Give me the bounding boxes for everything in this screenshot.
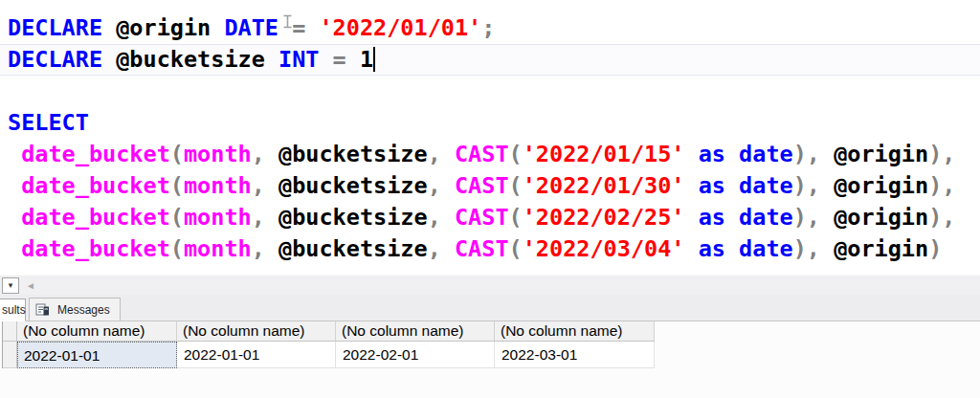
grid-column-header[interactable]: (No column name) (17, 321, 177, 342)
code-line[interactable]: SELECT (0, 107, 980, 139)
tab-messages-label: Messages (56, 303, 110, 317)
grid-column-header[interactable]: (No column name) (177, 321, 336, 342)
code-token (725, 172, 739, 199)
ibeam-cursor-icon (281, 14, 294, 29)
code-token: ), (793, 235, 820, 262)
code-token: = (292, 14, 305, 41)
code-token: date_bucket (21, 204, 170, 231)
query-window: DECLARE @origin DATE = '2022/01/01';DECL… (0, 0, 980, 398)
code-token: @bucketsize (265, 172, 428, 199)
code-token: as (699, 141, 725, 167)
grid-data-row: 2022-01-012022-01-012022-02-012022-03-01 (3, 342, 655, 368)
results-tab-bar: sults Messages (0, 295, 980, 321)
grid-cell[interactable]: 2022-02-01 (336, 342, 495, 368)
code-token: @bucketsize (265, 204, 428, 231)
editor-scrollbar-strip: ▾ ◄ (0, 275, 980, 295)
code-token (725, 235, 739, 262)
scroll-left-arrow-icon[interactable]: ◄ (26, 279, 35, 292)
grid-cell[interactable]: 2022-03-01 (495, 342, 655, 368)
code-token: ), (928, 141, 955, 167)
text-caret (373, 47, 375, 72)
code-token: ( (170, 141, 184, 167)
grid-row-header[interactable] (3, 342, 17, 368)
code-token: '2022/03/04' (523, 235, 685, 262)
code-token: date (739, 141, 793, 167)
code-token: DECLARE (8, 46, 102, 73)
code-token (8, 235, 21, 262)
code-token: date (739, 235, 793, 262)
code-token: '2022/01/01' (319, 14, 481, 41)
code-token (684, 235, 698, 262)
grid-cell-selected[interactable]: 2022-01-01 (17, 342, 177, 368)
code-token: date_bucket (21, 141, 170, 167)
code-line[interactable]: date_bucket(month, @bucketsize, CAST('20… (0, 139, 980, 170)
code-token: SELECT (8, 109, 89, 136)
grid-cell[interactable]: 2022-01-01 (177, 342, 336, 368)
scrollbar-options-button[interactable]: ▾ (2, 277, 19, 294)
code-token (441, 204, 455, 231)
code-token (684, 172, 698, 199)
code-token (725, 204, 739, 231)
code-token: ( (170, 204, 184, 231)
code-token: ( (170, 235, 184, 262)
code-line[interactable]: DECLARE @bucketsize INT = 1 (0, 44, 980, 76)
code-token: date_bucket (21, 235, 170, 262)
code-token (441, 141, 455, 167)
sql-editor[interactable]: DECLARE @origin DATE = '2022/01/01';DECL… (0, 0, 980, 275)
grid-column-header[interactable]: (No column name) (495, 321, 655, 342)
code-token (441, 235, 455, 262)
code-area: DECLARE @origin DATE = '2022/01/01';DECL… (0, 12, 980, 265)
code-token: month (184, 141, 252, 167)
tab-results-partial[interactable]: sults (0, 298, 26, 321)
code-token: ( (509, 235, 523, 262)
code-line[interactable] (0, 76, 980, 107)
code-token: ), (793, 172, 820, 199)
code-token: date (739, 204, 793, 231)
code-token: @origin (820, 172, 928, 199)
grid-corner-cell[interactable] (3, 321, 17, 342)
code-token (305, 14, 319, 41)
code-token: as (699, 172, 725, 199)
code-token: @bucketsize (265, 141, 428, 167)
code-line[interactable]: date_bucket(month, @bucketsize, CAST('20… (0, 170, 980, 202)
code-token (441, 172, 455, 199)
code-token: CAST (455, 235, 509, 262)
code-token: , (428, 172, 441, 199)
code-token: , (252, 172, 265, 199)
code-token: ( (509, 141, 523, 167)
code-token (8, 172, 21, 199)
code-token: ), (928, 204, 955, 231)
code-token: , (428, 204, 441, 231)
code-token (8, 141, 21, 167)
code-token: 1 (346, 46, 373, 73)
code-token: INT (278, 46, 319, 73)
code-token: date_bucket (21, 172, 170, 199)
results-pane: (No column name)(No column name)(No colu… (0, 321, 980, 398)
code-line[interactable]: date_bucket(month, @bucketsize, CAST('20… (0, 202, 980, 233)
code-token: ( (509, 172, 523, 199)
code-token: CAST (455, 204, 509, 231)
grid-header-row: (No column name)(No column name)(No colu… (3, 321, 655, 342)
code-token (684, 204, 698, 231)
tab-results-label: sults (2, 303, 26, 317)
code-token: month (184, 204, 252, 231)
code-token: @origin (820, 235, 928, 262)
code-token: ), (928, 172, 955, 199)
code-line[interactable]: DECLARE @origin DATE = '2022/01/01'; (0, 12, 980, 44)
code-token: = (333, 46, 346, 73)
code-token: , (428, 235, 441, 262)
code-token (725, 141, 739, 167)
code-token: @origin (102, 14, 224, 41)
code-token: '2022/01/30' (523, 172, 685, 199)
code-token: as (699, 204, 725, 231)
tab-messages[interactable]: Messages (29, 298, 121, 321)
code-token: ) (928, 235, 942, 262)
code-token (684, 141, 698, 167)
code-line[interactable]: date_bucket(month, @bucketsize, CAST('20… (0, 233, 980, 265)
code-token (8, 204, 21, 231)
code-token (319, 46, 332, 73)
grid-column-header[interactable]: (No column name) (336, 321, 495, 342)
code-token: @origin (820, 204, 928, 231)
code-token: '2022/01/15' (523, 141, 685, 167)
code-token: @origin (820, 141, 928, 167)
